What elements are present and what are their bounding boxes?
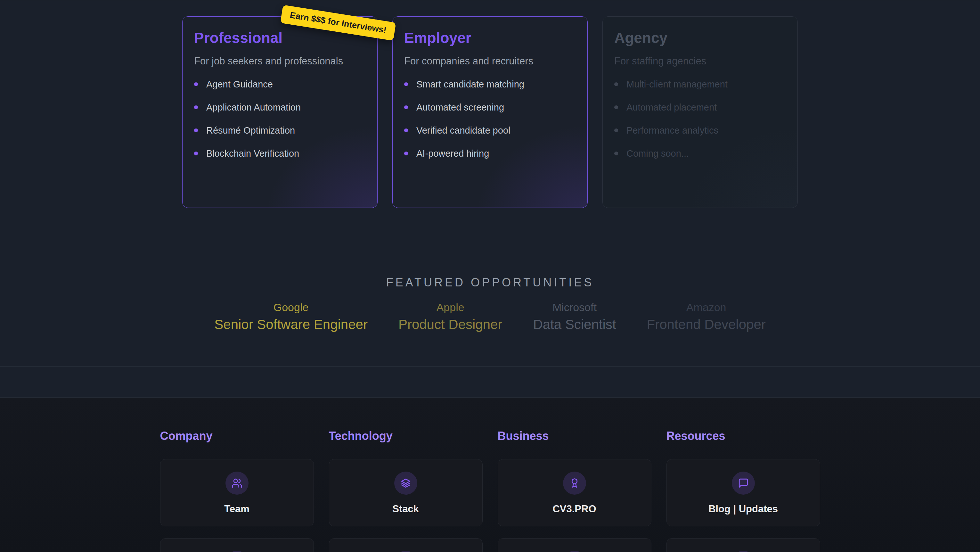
feature-label: Performance analytics (627, 126, 718, 135)
award-icon (563, 472, 586, 495)
footer-card-partial[interactable] (498, 538, 651, 552)
layers-icon (394, 472, 417, 495)
plan-feature-list: Multi-client management Automated placem… (614, 80, 786, 158)
footer-card-partial[interactable] (329, 538, 483, 552)
footer-card-partial[interactable] (160, 538, 314, 552)
bullet-dot-icon (194, 82, 198, 86)
hidden-icon (394, 551, 417, 552)
featured-company: Amazon (647, 301, 766, 313)
feature-label: Coming soon... (627, 148, 689, 158)
featured-job-google[interactable]: Google Senior Software Engineer (214, 301, 368, 332)
footer-card-partial[interactable] (667, 538, 820, 552)
footer-col-business: Business CV3.PRO (498, 430, 651, 552)
footer-card-blog[interactable]: Blog | Updates (667, 459, 820, 526)
bullet-dot-icon (404, 82, 408, 86)
plan-subtitle: For job seekers and professionals (194, 56, 366, 67)
featured-heading: FEATURED OPPORTUNITIES (0, 276, 980, 289)
plan-title: Agency (614, 29, 786, 46)
bullet-dot-icon (614, 152, 618, 155)
featured-company: Apple (398, 301, 503, 313)
footer-heading: Resources (667, 430, 820, 442)
plan-feature: Automated placement (614, 102, 786, 112)
featured-role: Product Designer (398, 317, 503, 332)
footer-heading: Company (160, 430, 314, 442)
footer-card-team[interactable]: Team (160, 459, 314, 526)
plan-subtitle: For companies and recruiters (404, 56, 576, 67)
plan-feature-list: Agent Guidance Application Automation Ré… (194, 80, 366, 158)
feature-label: Application Automation (206, 102, 301, 112)
bullet-dot-icon (614, 82, 618, 86)
featured-job-microsoft[interactable]: Microsoft Data Scientist (533, 301, 616, 332)
hidden-icon (563, 551, 586, 552)
featured-job-apple[interactable]: Apple Product Designer (398, 301, 503, 332)
plan-feature: Smart candidate matching (404, 80, 576, 89)
footer: Company Team Technology Stack (0, 397, 980, 552)
feature-label: AI-powered hiring (416, 148, 489, 158)
feature-label: Automated screening (416, 102, 504, 112)
hidden-icon (226, 551, 248, 552)
plan-feature: Verified candidate pool (404, 126, 576, 135)
plan-feature: Résumé Optimization (194, 126, 366, 135)
plan-card-employer[interactable]: Employer For companies and recruiters Sm… (392, 16, 588, 208)
plan-feature: Agent Guidance (194, 80, 366, 89)
plan-cards-row: Professional For job seekers and profess… (0, 16, 980, 208)
bullet-dot-icon (614, 128, 618, 132)
plan-feature: Application Automation (194, 102, 366, 112)
bullet-dot-icon (614, 105, 618, 109)
featured-role: Data Scientist (533, 317, 616, 332)
plan-feature: Coming soon... (614, 148, 786, 158)
plan-feature-list: Smart candidate matching Automated scree… (404, 80, 576, 158)
plan-feature: Multi-client management (614, 80, 786, 89)
footer-card-stack[interactable]: Stack (329, 459, 483, 526)
feature-label: Smart candidate matching (416, 80, 524, 89)
plan-feature: Performance analytics (614, 126, 786, 135)
plan-subtitle: For staffing agencies (614, 56, 786, 67)
feature-label: Agent Guidance (206, 80, 273, 89)
footer-grid: Company Team Technology Stack (160, 397, 820, 552)
hidden-icon (732, 551, 755, 552)
bullet-dot-icon (194, 128, 198, 132)
plan-feature: Automated screening (404, 102, 576, 112)
plan-feature: AI-powered hiring (404, 148, 576, 158)
landing-page: Earn $$$ for Interviews! Professional Fo… (0, 0, 980, 552)
footer-card-label: CV3.PRO (552, 504, 596, 515)
plan-feature: Blockchain Verification (194, 148, 366, 158)
footer-card-cv3pro[interactable]: CV3.PRO (498, 459, 651, 526)
featured-job-amazon[interactable]: Amazon Frontend Developer (647, 301, 766, 332)
plan-title: Employer (404, 29, 576, 46)
featured-role: Frontend Developer (647, 317, 766, 332)
message-square-icon (732, 472, 755, 495)
featured-company: Google (214, 301, 368, 313)
footer-card-label: Stack (392, 504, 419, 515)
feature-label: Multi-client management (627, 80, 728, 89)
users-icon (226, 472, 248, 495)
featured-company: Microsoft (533, 301, 616, 313)
bullet-dot-icon (404, 105, 408, 109)
bullet-dot-icon (404, 152, 408, 155)
feature-label: Verified candidate pool (416, 126, 510, 135)
footer-col-company: Company Team (160, 430, 314, 552)
featured-carousel: Google Senior Software Engineer Apple Pr… (0, 301, 980, 332)
featured-opportunities-section: FEATURED OPPORTUNITIES Google Senior Sof… (0, 239, 980, 366)
plans-section: Earn $$$ for Interviews! Professional Fo… (0, 0, 980, 239)
footer-card-label: Team (224, 504, 250, 515)
feature-label: Blockchain Verification (206, 148, 299, 158)
bullet-dot-icon (194, 152, 198, 155)
footer-col-resources: Resources Blog | Updates (667, 430, 820, 552)
featured-role: Senior Software Engineer (214, 317, 368, 332)
plan-card-professional[interactable]: Professional For job seekers and profess… (182, 16, 378, 208)
feature-label: Résumé Optimization (206, 126, 295, 135)
feature-label: Automated placement (627, 102, 717, 112)
section-spacer (0, 366, 980, 397)
bullet-dot-icon (194, 105, 198, 109)
footer-col-technology: Technology Stack (329, 430, 483, 552)
plan-card-agency: Agency For staffing agencies Multi-clien… (602, 16, 798, 208)
footer-heading: Technology (329, 430, 483, 442)
footer-card-label: Blog | Updates (708, 504, 778, 515)
footer-heading: Business (498, 430, 651, 442)
bullet-dot-icon (404, 128, 408, 132)
